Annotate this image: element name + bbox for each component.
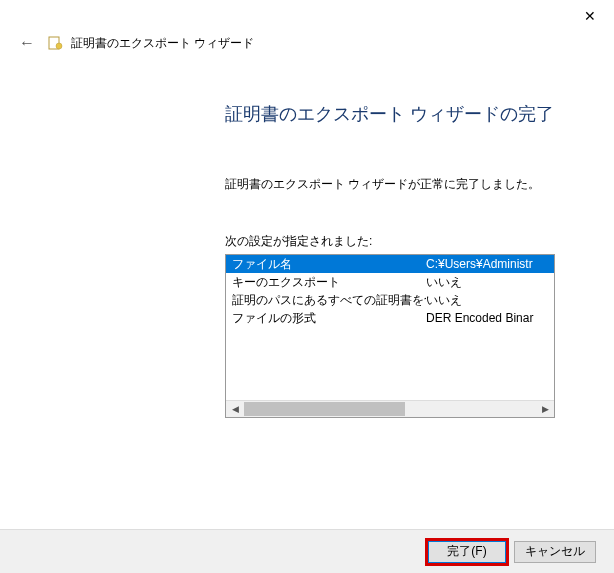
status-message: 証明書のエクスポート ウィザードが正常に完了しました。 bbox=[225, 176, 574, 193]
cell-value: DER Encoded Binar bbox=[426, 309, 554, 327]
button-bar: 完了(F) キャンセル bbox=[0, 529, 614, 573]
cancel-button[interactable]: キャンセル bbox=[514, 541, 596, 563]
cell-key: ファイル名 bbox=[226, 255, 426, 273]
back-arrow-icon[interactable]: ← bbox=[15, 32, 39, 54]
cell-key: 証明のパスにあるすべての証明書を含める bbox=[226, 291, 426, 309]
scroll-thumb[interactable] bbox=[244, 402, 405, 416]
wizard-title: 証明書のエクスポート ウィザード bbox=[71, 35, 254, 52]
table-body: ファイル名 C:¥Users¥Administr キーのエクスポート いいえ 証… bbox=[226, 255, 554, 400]
horizontal-scrollbar[interactable]: ◀ ▶ bbox=[226, 400, 554, 417]
content-area: 証明書のエクスポート ウィザードの完了 証明書のエクスポート ウィザードが正常に… bbox=[0, 54, 614, 418]
scroll-right-icon[interactable]: ▶ bbox=[538, 402, 552, 416]
table-row[interactable]: ファイルの形式 DER Encoded Binar bbox=[226, 309, 554, 327]
table-row[interactable]: 証明のパスにあるすべての証明書を含める いいえ bbox=[226, 291, 554, 309]
close-button[interactable]: ✕ bbox=[576, 4, 604, 28]
cell-key: キーのエクスポート bbox=[226, 273, 426, 291]
cell-value: いいえ bbox=[426, 273, 554, 291]
table-row[interactable]: キーのエクスポート いいえ bbox=[226, 273, 554, 291]
wizard-header: ← 証明書のエクスポート ウィザード bbox=[0, 0, 614, 54]
finish-button[interactable]: 完了(F) bbox=[428, 541, 506, 563]
scroll-left-icon[interactable]: ◀ bbox=[228, 402, 242, 416]
cell-value: C:¥Users¥Administr bbox=[426, 255, 554, 273]
page-title: 証明書のエクスポート ウィザードの完了 bbox=[225, 102, 574, 126]
cell-value: いいえ bbox=[426, 291, 554, 309]
settings-label: 次の設定が指定されました: bbox=[225, 233, 574, 250]
table-row[interactable]: ファイル名 C:¥Users¥Administr bbox=[226, 255, 554, 273]
scroll-track[interactable] bbox=[244, 402, 536, 416]
certificate-icon bbox=[47, 35, 63, 51]
settings-table: ファイル名 C:¥Users¥Administr キーのエクスポート いいえ 証… bbox=[225, 254, 555, 418]
cell-key: ファイルの形式 bbox=[226, 309, 426, 327]
svg-point-1 bbox=[56, 43, 62, 49]
